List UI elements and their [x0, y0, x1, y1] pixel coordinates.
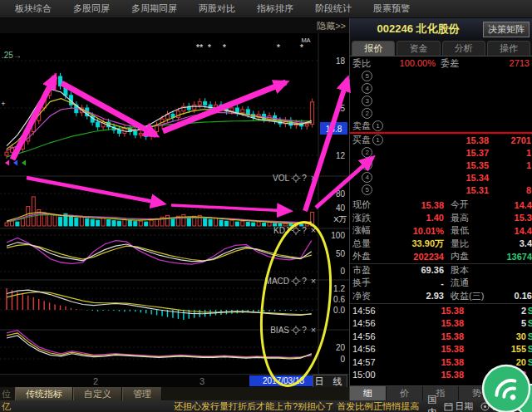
menu-item-7[interactable]: 股票预警 — [373, 2, 410, 15]
buy-label: 买盘 — [352, 134, 371, 146]
menu-item-6[interactable]: 阶段统计 — [315, 2, 352, 15]
info-label: 最高 — [451, 212, 494, 224]
quote-info-grid: 现价15.38今开14.4涨跌1.40最高15.3涨幅10.01%最低14.4总… — [350, 199, 532, 302]
order-volume: 1 — [489, 148, 531, 158]
tick-price: 15.38 — [384, 331, 464, 341]
tick-row: 14:5615.385S — [350, 317, 532, 331]
tick-row: 14:5615.38155S — [350, 343, 532, 356]
menu-item-4[interactable]: 两股对比 — [199, 2, 235, 15]
pane-help-button[interactable]: ? — [302, 174, 307, 183]
axis-tick: 80 — [336, 189, 346, 199]
region-label[interactable]: 国内 — [427, 394, 436, 412]
trading-terminal: 板块综合多股同屏多周期同屏两股对比指标排序阶段统计股票预警 隐藏>> 18151… — [0, 0, 532, 412]
tick-flag: S — [526, 306, 532, 316]
quote-tab-操作[interactable]: 操作 — [487, 41, 530, 56]
tick-row: 14:5615.3830S — [350, 330, 532, 343]
sell-queue: 5 4 3 2卖盘1 — [350, 70, 532, 132]
quote-tabs: 报价资金分析操作 — [350, 40, 532, 56]
kline-chart[interactable]: 1815128040X万1005001.20.60.020013.8VOL?×K… — [0, 33, 349, 374]
pane-close-button[interactable]: × — [311, 225, 316, 235]
queue-level-badge: 3 — [362, 96, 372, 106]
tick-price: 15.38 — [384, 318, 464, 328]
order-row-sell-3: 3 — [350, 95, 532, 107]
tick-time: 15:00 — [352, 370, 384, 380]
info-row-市盈: 市盈69.36股本 — [350, 264, 532, 277]
axis-tick: 0 — [340, 355, 345, 364]
queue-level-badge: 5 — [362, 184, 372, 195]
tick-price: 15.38 — [384, 306, 464, 316]
panel-bottom-tab-价[interactable]: 价 — [387, 386, 423, 400]
menu-item-1[interactable]: 板块综合 — [15, 2, 52, 15]
stock-code-name: 002246 北化股份 — [377, 22, 460, 37]
wifi-share-logo — [480, 364, 532, 412]
quote-title-bar: 002246 北化股份 决策矩阵 — [350, 18, 532, 40]
tick-time: 14:56 — [352, 306, 384, 316]
info-row-换手: 换手-流通 — [350, 277, 532, 290]
weibi-label: 委比 — [352, 57, 371, 70]
sell-label: 卖盘 — [352, 120, 371, 132]
pane-help-button[interactable]: ? — [302, 326, 307, 335]
queue-level-badge: 3 — [362, 159, 372, 170]
quote-tab-报价[interactable]: 报价 — [352, 41, 395, 56]
info-label: 量比 — [451, 238, 494, 250]
pane-help-button[interactable]: ? — [302, 226, 307, 235]
weicha-value: 2713 — [459, 58, 530, 68]
indicator-tab-bar: 位 传统指标自定义管理 — [0, 387, 349, 400]
axis-tick: 40 — [336, 204, 346, 213]
tick-volume: 2 — [464, 306, 526, 316]
pane-title-bias: BIAS — [270, 326, 289, 335]
order-volume: 2701 — [489, 135, 531, 145]
month-tick: 2 — [93, 376, 98, 386]
crosshair-mark: + — [1, 100, 5, 108]
order-price: 15.35 — [391, 160, 489, 170]
date-tool[interactable]: 日期 — [444, 400, 473, 412]
pane-close-button[interactable]: × — [311, 173, 316, 183]
axis-tick: X万 — [333, 214, 347, 223]
ma-tag: MA — [301, 37, 310, 44]
order-volume: 1 — [489, 160, 531, 170]
info-row-总量: 总量33.90万量比3.4 — [350, 238, 532, 251]
menu-item-2[interactable]: 多股同屏 — [73, 2, 110, 15]
order-row-buy-4: 415.34 — [350, 171, 532, 184]
axis-tick: 1.2 — [333, 284, 345, 293]
info-value: 69.36 — [379, 265, 444, 275]
quote-tab-资金[interactable]: 资金 — [397, 41, 440, 56]
menu-item-5[interactable]: 指标排序 — [257, 2, 293, 15]
corner-price-label: .25→ — [2, 51, 22, 60]
tick-price: 15.38 — [384, 370, 464, 380]
info-value: 33.90万 — [379, 238, 444, 250]
info-value: 2.93 — [379, 291, 444, 301]
menu-item-3[interactable]: 多周期同屏 — [131, 2, 177, 15]
order-row-buy-5: 515.318 — [350, 184, 532, 196]
info-row-涨幅: 涨幅10.01%最低14.4 — [350, 224, 532, 238]
quote-tab-分析[interactable]: 分析 — [442, 41, 485, 56]
date-axis-bar: 2 3 2017/03/13 日 线 — [0, 374, 349, 388]
pane-title-kdj: KDJ — [273, 226, 289, 235]
axis-tick: 0 — [340, 267, 345, 276]
tick-volume: 5 — [464, 318, 526, 328]
info-value: 202234 — [379, 252, 444, 262]
weicha-label: 委差 — [441, 57, 459, 70]
info-label: 今开 — [451, 199, 494, 211]
tick-flag: S — [526, 331, 532, 341]
decision-matrix-button[interactable]: 决策矩阵 — [483, 22, 530, 37]
top-menu-bar: 板块综合多股同屏多周期同屏两股对比指标排序阶段统计股票预警 — [0, 0, 532, 18]
pane-close-button[interactable]: × — [311, 276, 316, 286]
indicator-tab-管理[interactable]: 管理 — [122, 387, 162, 400]
info-label: 涨跌 — [352, 212, 379, 224]
info-label: 换手 — [352, 277, 379, 289]
order-price: 15.37 — [391, 148, 489, 158]
news-ticker[interactable]: 还担心发行量打折后才能上市?别担心了 首发比例正悄悄提高 — [174, 400, 419, 412]
info-label: 内盘 — [451, 250, 494, 262]
indicator-tab-自定义[interactable]: 自定义 — [73, 387, 122, 400]
hide-panel-button[interactable]: 隐藏>> — [317, 20, 346, 32]
tick-row: 14:5615.382S — [350, 304, 532, 317]
panel-bottom-tab-细[interactable]: 细 — [350, 386, 387, 400]
pane-close-button[interactable]: × — [311, 325, 316, 335]
quote-panel: 002246 北化股份 决策矩阵 报价资金分析操作 委比 100.00% 委差 … — [349, 18, 532, 400]
queue-level-badge: 2 — [362, 108, 372, 119]
tick-time: 14:56 — [352, 344, 384, 354]
kline-chart-area[interactable]: 隐藏>> 1815128040X万1005001.20.60.020013.8V… — [0, 18, 349, 400]
indicator-tab-传统指标[interactable]: 传统指标 — [15, 387, 73, 400]
pane-help-button[interactable]: ? — [302, 277, 307, 286]
